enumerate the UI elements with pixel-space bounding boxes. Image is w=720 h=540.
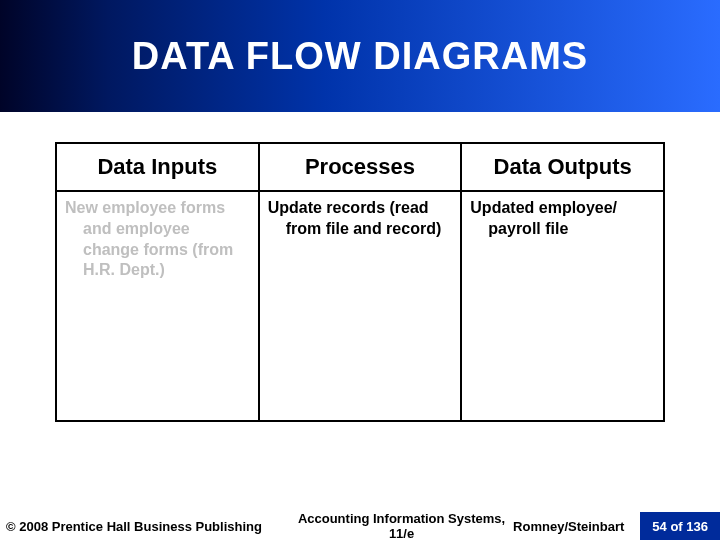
outputs-text: Updated employee/ payroll file — [470, 198, 655, 240]
footer-authors: Romney/Steinbart — [513, 519, 630, 534]
footer: © 2008 Prentice Hall Business Publishing… — [0, 512, 720, 540]
footer-copyright: © 2008 Prentice Hall Business Publishing — [0, 519, 290, 534]
footer-page: 54 of 136 — [640, 512, 720, 540]
cell-processes: Update records (read from file and recor… — [259, 191, 462, 421]
header-processes: Processes — [259, 143, 462, 191]
slide-title: DATA FLOW DIAGRAMS — [132, 35, 588, 78]
cell-inputs: New employee forms and employee change f… — [56, 191, 259, 421]
inputs-text: New employee forms and employee change f… — [65, 198, 250, 281]
table-header-row: Data Inputs Processes Data Outputs — [56, 143, 664, 191]
processes-text: Update records (read from file and recor… — [268, 198, 453, 240]
data-flow-table: Data Inputs Processes Data Outputs New e… — [55, 142, 665, 422]
footer-book: Accounting Information Systems, 11/e — [290, 511, 513, 540]
table-row: New employee forms and employee change f… — [56, 191, 664, 421]
title-band: DATA FLOW DIAGRAMS — [0, 0, 720, 112]
table-container: Data Inputs Processes Data Outputs New e… — [0, 112, 720, 422]
header-data-outputs: Data Outputs — [461, 143, 664, 191]
cell-outputs: Updated employee/ payroll file — [461, 191, 664, 421]
header-data-inputs: Data Inputs — [56, 143, 259, 191]
